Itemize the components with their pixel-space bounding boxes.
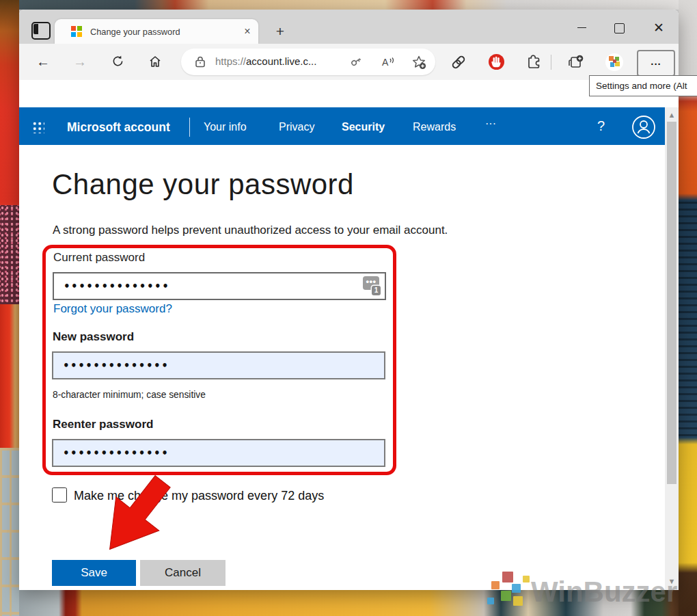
cancel-button[interactable]: Cancel (140, 560, 226, 586)
window-close-button[interactable]: ✕ (651, 20, 667, 36)
read-aloud-icon[interactable]: A (380, 55, 395, 72)
refresh-icon[interactable] (108, 52, 127, 71)
nav-your-info[interactable]: Your info (204, 121, 247, 133)
save-button[interactable]: Save (52, 560, 136, 586)
change-every-72-days-checkbox[interactable] (52, 487, 67, 503)
nav-security[interactable]: Security (342, 121, 385, 133)
lock-icon[interactable] (193, 55, 207, 72)
scrollbar-up-icon[interactable]: ▲ (666, 109, 677, 120)
tab-title: Change your password (90, 27, 227, 37)
app-launcher-icon[interactable] (31, 120, 44, 133)
back-icon[interactable]: ← (33, 52, 53, 71)
blocker-extension-icon[interactable] (487, 53, 506, 74)
toolbar-divider (551, 55, 551, 70)
desktop-shutter-slats (679, 202, 697, 438)
desktop-background-bottom (19, 590, 679, 616)
svg-text:A: A (382, 57, 389, 68)
desktop-background-top (19, 0, 697, 10)
share-link-icon[interactable] (450, 53, 467, 74)
tab-workspaces-icon[interactable] (31, 22, 51, 40)
home-icon[interactable] (146, 52, 165, 71)
scrollbar-thumb[interactable] (667, 122, 676, 484)
help-icon[interactable]: ? (597, 118, 605, 134)
winbuzzer-extension-icon[interactable] (604, 52, 625, 75)
nav-rewards[interactable]: Rewards (413, 121, 456, 133)
favorites-star-icon[interactable] (411, 54, 427, 73)
checkbox-label: Make me change my password every 72 days (74, 489, 324, 503)
collections-icon[interactable] (566, 53, 585, 74)
highlight-box (42, 245, 396, 475)
window-minimize-button[interactable] (573, 27, 590, 29)
brand-title[interactable]: Microsoft account (67, 120, 170, 135)
url-text[interactable]: https://account.live.c... (215, 55, 316, 67)
nav-privacy[interactable]: Privacy (279, 121, 314, 133)
new-tab-button[interactable]: + (272, 23, 288, 40)
window-maximize-button[interactable] (614, 23, 625, 34)
page-title: Change your password (52, 168, 354, 201)
desktop-flowers (0, 205, 19, 304)
settings-and-more-button[interactable]: ... (637, 50, 675, 77)
url-protocol: https:// (215, 55, 246, 67)
extensions-puzzle-icon[interactable] (525, 53, 543, 73)
header-divider (189, 118, 190, 137)
account-avatar[interactable] (631, 115, 656, 139)
forward-icon[interactable]: → (70, 52, 90, 71)
settings-tooltip: Settings and more (Alt (589, 75, 697, 96)
desktop-red-post (0, 304, 19, 448)
scrollbar-down-icon[interactable]: ▼ (666, 576, 677, 587)
page-subtitle: A strong password helps prevent unauthor… (53, 224, 448, 237)
screen: Change your password × + ✕ ← → https://a… (0, 0, 697, 616)
microsoft-favicon (71, 26, 82, 37)
nav-more-icon[interactable]: ··· (485, 118, 496, 130)
saved-password-key-icon[interactable] (348, 54, 364, 72)
tab-close-icon[interactable]: × (241, 25, 254, 38)
url-host: account.live.c... (246, 55, 316, 67)
desktop-window-panes (0, 448, 19, 616)
